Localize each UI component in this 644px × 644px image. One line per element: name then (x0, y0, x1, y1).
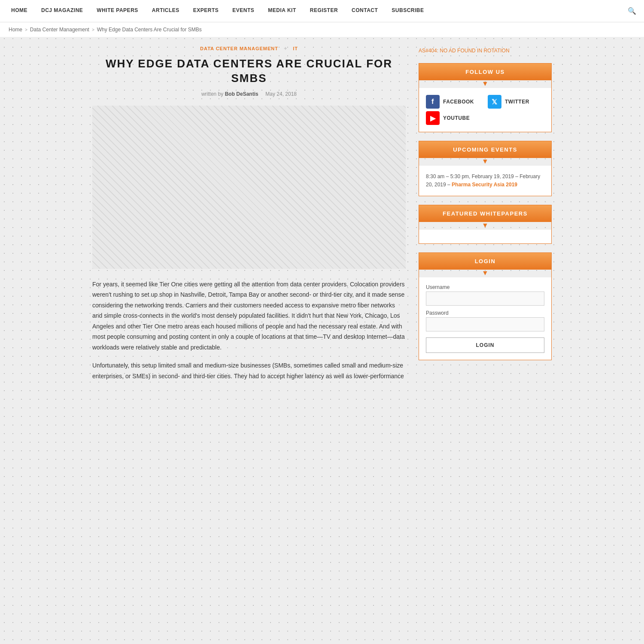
article-image (92, 106, 406, 269)
article-paragraph-1: For years, it seemed like Tier One citie… (92, 279, 406, 353)
nav-item-dcj[interactable]: DCJ MAGAZINE (34, 0, 90, 22)
youtube-label: YOUTUBE (443, 115, 470, 121)
event-link[interactable]: Pharma Security Asia 2019 (452, 182, 517, 188)
article-date: May 24, 2018 (265, 91, 297, 97)
event-item: 8:30 am – 5:30 pm, February 19, 2019 – F… (426, 173, 544, 189)
sidebar-login: LOGIN ▼ Username Password LOGIN (419, 252, 552, 360)
nav-item-contact[interactable]: CONTACT (345, 0, 385, 22)
sidebar-follow-us: FOLLOW US ▼ f FACEBOOK 𝕏 TWITTER ▶ YOUTU… (419, 63, 552, 132)
sidebar-featured-whitepapers: FEATURED WHITEPAPERS ▼ (419, 205, 552, 244)
article-paragraph-2: Unfortunately, this setup limited small … (92, 360, 406, 381)
article-author[interactable]: Bob DeSantis (225, 91, 258, 97)
nav-item-articles[interactable]: ARTICLES (145, 0, 186, 22)
twitter-icon: 𝕏 (488, 95, 501, 109)
login-arrow: ▼ (419, 270, 551, 276)
follow-us-body: f FACEBOOK 𝕏 TWITTER ▶ YOUTUBE (419, 88, 551, 132)
nav-item-whitepapers[interactable]: WHITE PAPERS (90, 0, 145, 22)
username-field-group: Username (426, 284, 544, 306)
featured-whitepapers-header: FEATURED WHITEPAPERS (419, 205, 551, 222)
sidebar-ad-notice: AS#404: NO AD FOUND IN ROTATION (419, 46, 552, 55)
login-button[interactable]: LOGIN (426, 337, 544, 353)
username-label: Username (426, 284, 544, 290)
featured-whitepapers-arrow: ▼ (419, 222, 551, 229)
login-form: Username Password LOGIN (426, 284, 544, 353)
article-title: WHY EDGE DATA CENTERS ARE CRUCIAL FOR SM… (92, 57, 406, 86)
upcoming-events-header: UPCOMING EVENTS (419, 141, 551, 158)
password-input[interactable] (426, 317, 544, 331)
written-by-label: written by (201, 91, 223, 97)
nav-item-events[interactable]: EVENTS (225, 0, 261, 22)
breadcrumb-sep-2: > (92, 27, 94, 32)
login-header: LOGIN (419, 253, 551, 270)
password-label: Password (426, 310, 544, 316)
social-grid: f FACEBOOK 𝕏 TWITTER (426, 95, 544, 109)
nav-item-home[interactable]: HOME (4, 0, 34, 22)
article-tag-dcm[interactable]: DATA CENTER MANAGEMENT (200, 46, 278, 51)
breadcrumb-current: Why Edge Data Centers Are Crucial for SM… (97, 27, 202, 33)
article-body: For years, it seemed like Tier One citie… (92, 279, 406, 382)
main-content: DATA CENTER MANAGEMENT ✦ IT WHY EDGE DAT… (92, 46, 406, 389)
twitter-link[interactable]: 𝕏 TWITTER (488, 95, 544, 109)
upcoming-events-body: 8:30 am – 5:30 pm, February 19, 2019 – F… (419, 166, 551, 196)
youtube-icon: ▶ (426, 111, 440, 125)
facebook-link[interactable]: f FACEBOOK (426, 95, 483, 109)
facebook-icon: f (426, 95, 440, 109)
upcoming-events-arrow: ▼ (419, 158, 551, 165)
follow-us-arrow: ▼ (419, 80, 551, 87)
password-field-group: Password (426, 310, 544, 331)
sidebar-upcoming-events: UPCOMING EVENTS ▼ 8:30 am – 5:30 pm, Feb… (419, 141, 552, 196)
breadcrumb-section[interactable]: Data Center Management (30, 27, 89, 33)
nav-item-experts[interactable]: EXPERTS (186, 0, 226, 22)
facebook-label: FACEBOOK (443, 99, 474, 105)
article-tags: DATA CENTER MANAGEMENT ✦ IT (92, 46, 406, 52)
article-tag-it[interactable]: IT (293, 46, 298, 51)
search-icon[interactable]: 🔍 (624, 3, 640, 19)
main-nav: HOME DCJ MAGAZINE WHITE PAPERS ARTICLES … (0, 0, 644, 22)
username-input[interactable] (426, 292, 544, 306)
tag-separator: ✦ (283, 46, 288, 51)
article-meta: written by Bob DeSantis May 24, 2018 (92, 91, 406, 97)
follow-us-header: FOLLOW US (419, 64, 551, 80)
sidebar: AS#404: NO AD FOUND IN ROTATION FOLLOW U… (419, 46, 552, 389)
twitter-label: TWITTER (505, 99, 529, 105)
breadcrumb-sep-1: > (25, 27, 27, 32)
breadcrumb-home[interactable]: Home (9, 27, 22, 33)
nav-item-register[interactable]: REGISTER (303, 0, 345, 22)
youtube-link[interactable]: ▶ YOUTUBE (426, 111, 544, 125)
nav-item-subscribe[interactable]: SUBSCRIBE (385, 0, 431, 22)
nav-items: HOME DCJ MAGAZINE WHITE PAPERS ARTICLES … (4, 0, 624, 22)
login-body: Username Password LOGIN (419, 277, 551, 360)
featured-whitepapers-body (419, 230, 551, 243)
breadcrumb: Home > Data Center Management > Why Edge… (0, 22, 644, 37)
nav-item-mediakit[interactable]: MEDIA KIT (261, 0, 303, 22)
